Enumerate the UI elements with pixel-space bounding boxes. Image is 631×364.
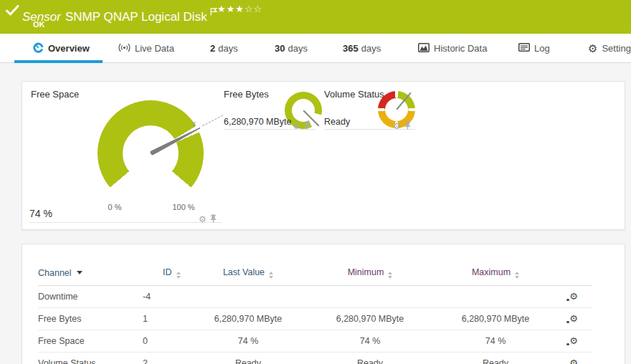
gauges-panel: Free Space x 0 % 100 % 74 % ⚙ Free Bytes…	[22, 81, 625, 230]
column-label: Minimum	[348, 267, 384, 277]
tab-label: days	[288, 43, 307, 54]
channels-panel: Channel ID Last Value Minimum Maximum Do…	[22, 244, 625, 364]
channel-current-value: Ready	[324, 117, 350, 127]
cell-last-value: Ready	[194, 353, 302, 364]
sensor-title-line: SensorSNMP QNAP Logical Disk	[22, 5, 217, 24]
cell-minimum	[302, 286, 438, 308]
cell-channel[interactable]: Downtime	[38, 286, 143, 308]
sort-desc-icon	[77, 271, 82, 274]
table-header-row: Channel ID Last Value Minimum Maximum	[38, 263, 592, 286]
channel-settings-icon[interactable]: ⚙	[567, 313, 578, 324]
column-header-last-value[interactable]: Last Value	[194, 263, 302, 286]
channel-gauge-title: Free Bytes	[224, 89, 269, 100]
pin-icon[interactable]	[304, 120, 310, 133]
table-row: Free Bytes 1 6,280,970 MByte 6,280,970 M…	[38, 308, 592, 330]
gauge-settings-icon[interactable]: ⚙	[199, 215, 207, 224]
column-header-actions	[553, 263, 592, 286]
column-label: Maximum	[472, 267, 511, 277]
tab-live-data[interactable]: Live Data	[118, 34, 174, 63]
page-title: SNMP QNAP Logical Disk	[65, 10, 207, 24]
gauge-settings-icon[interactable]: ⚙	[293, 122, 300, 130]
column-label: Last Value	[223, 267, 265, 277]
tab-365-days[interactable]: 365 days	[343, 34, 381, 63]
cell-maximum: 6,280,970 MByte	[438, 308, 553, 330]
column-label: ID	[163, 267, 172, 277]
tab-30-days[interactable]: 30 days	[275, 34, 308, 63]
gauge-settings-icon[interactable]: ⚙	[393, 122, 401, 130]
tab-label: days	[218, 43, 237, 54]
sort-icon	[176, 272, 181, 279]
gauge-toolbar: ⚙	[393, 120, 411, 133]
cell-last-value	[194, 286, 302, 308]
channel-gauge-title: Free Space	[31, 89, 79, 100]
gauge-scale-max: 100 %	[166, 203, 201, 211]
gauge-icon	[33, 42, 44, 55]
sensor-tabbar: Overview Live Data 2 days 30 days 365 da…	[0, 34, 631, 63]
pin-icon[interactable]	[404, 120, 411, 133]
channel-settings-icon[interactable]: ⚙	[567, 335, 578, 346]
cell-id: 1	[143, 308, 194, 330]
channel-current-value: 74 %	[29, 208, 52, 219]
tab-label: Log	[534, 43, 550, 54]
cell-maximum: Ready	[438, 353, 553, 364]
divider	[29, 222, 222, 223]
gear-icon: ⚙	[588, 43, 597, 54]
cell-minimum: Ready	[302, 353, 438, 364]
tab-label: days	[361, 43, 381, 54]
cell-channel[interactable]: Free Bytes	[38, 308, 143, 330]
tab-number: 2	[210, 43, 215, 54]
cell-last-value: 74 %	[194, 330, 302, 353]
channel-gauge-title: Volume Status	[324, 89, 384, 100]
cell-id: 0	[143, 330, 194, 353]
cell-channel[interactable]: Free Space	[38, 330, 143, 353]
status-badge: OK	[33, 20, 45, 29]
gauge-toolbar: ⚙	[199, 213, 217, 226]
cell-id: 2	[143, 353, 194, 364]
active-tab-underline	[14, 60, 103, 63]
priority-stars[interactable]: ★★★☆☆	[217, 4, 262, 14]
cell-last-value: 6,280,970 MByte	[194, 308, 302, 330]
tab-number: 365	[343, 43, 359, 54]
tab-label: Historic Data	[434, 43, 487, 54]
tab-2-days[interactable]: 2 days	[210, 34, 238, 63]
pin-icon[interactable]	[210, 213, 217, 226]
tab-label: Settings	[602, 43, 631, 54]
tab-historic-data[interactable]: Historic Data	[418, 34, 487, 63]
tab-label: Overview	[48, 43, 90, 54]
sort-icon	[515, 272, 519, 279]
status-ok-check-icon	[6, 5, 19, 19]
column-header-id[interactable]: ID	[143, 263, 194, 286]
tab-log[interactable]: Log	[518, 34, 550, 63]
column-header-minimum[interactable]: Minimum	[302, 263, 438, 286]
column-header-maximum[interactable]: Maximum	[438, 263, 553, 286]
channel-settings-icon[interactable]: ⚙	[567, 358, 578, 364]
tab-number: 30	[275, 43, 285, 54]
historic-chart-icon	[418, 43, 430, 54]
live-data-icon	[118, 43, 131, 54]
cell-maximum: 74 %	[438, 330, 553, 353]
cell-channel[interactable]: Volume Status	[38, 353, 143, 364]
gauge-toolbar: ⚙	[293, 120, 310, 133]
cell-minimum: 74 %	[302, 330, 438, 353]
cell-maximum	[438, 286, 553, 308]
table-row: Downtime -4 ⚙	[38, 286, 592, 308]
table-row: Volume Status 2 Ready Ready Ready ⚙	[38, 353, 592, 364]
cell-minimum: 6,280,970 MByte	[302, 308, 438, 330]
channel-current-value: 6,280,970 MByte	[224, 117, 292, 127]
cell-id: -4	[143, 286, 194, 308]
channel-settings-icon[interactable]: ⚙	[567, 291, 578, 302]
column-header-channel[interactable]: Channel	[38, 263, 143, 286]
table-row: Free Space 0 74 % 74 % 74 % ⚙	[38, 330, 592, 353]
sort-icon	[269, 272, 273, 279]
channels-table: Channel ID Last Value Minimum Maximum Do…	[38, 263, 592, 364]
tab-overview[interactable]: Overview	[33, 34, 90, 63]
tab-settings[interactable]: ⚙ Settings	[588, 34, 631, 63]
gauge-marker-x: x	[192, 120, 196, 128]
sort-icon	[388, 272, 392, 279]
flag-icon[interactable]	[210, 5, 217, 19]
log-list-icon	[518, 43, 530, 54]
tab-label: Live Data	[135, 43, 174, 54]
gauge-scale-min: 0 %	[97, 203, 133, 211]
free-space-gauge: x	[98, 100, 204, 206]
sensor-header: SensorSNMP QNAP Logical Disk ★★★☆☆ OK	[0, 0, 631, 34]
